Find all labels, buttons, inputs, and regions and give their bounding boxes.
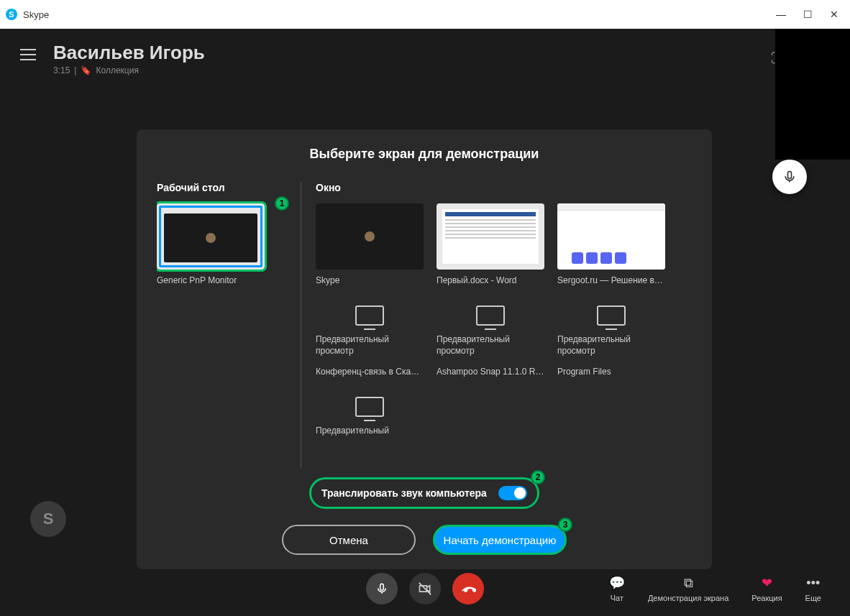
camera-button[interactable]: [409, 573, 441, 604]
app-body: Васильев Игорь 3:15 | 🔖 Коллекция ⛶ S Вы…: [0, 29, 850, 616]
skype-logo-icon: S: [6, 9, 17, 20]
share-icon: ⧉: [684, 576, 693, 591]
call-controls: 💬 Чат ⧉ Демонстрация экрана ❤ Реакция ••…: [0, 561, 850, 616]
desktop-thumbnail[interactable]: 1 Generic PnP Monitor: [157, 203, 286, 285]
monitor-icon: [597, 305, 626, 326]
annotation-badge-3: 3: [558, 518, 572, 532]
monitor-icon: [476, 305, 505, 326]
mic-icon: [375, 582, 388, 595]
close-icon[interactable]: ✕: [830, 9, 838, 20]
collection-label[interactable]: Коллекция: [96, 65, 138, 75]
floating-mic-button[interactable]: [772, 160, 807, 194]
reaction-button[interactable]: ❤ Реакция: [751, 575, 782, 602]
window-title: Skype: [23, 9, 776, 20]
hangup-button[interactable]: [452, 573, 484, 604]
window-item-snap[interactable]: Предварительный просмотр Ashampoo Snap 1…: [437, 295, 544, 377]
desktop-item-label: Generic PnP Monitor: [157, 275, 286, 285]
chat-button[interactable]: 💬 Чат: [609, 575, 625, 602]
cancel-button[interactable]: Отмена: [282, 525, 416, 555]
side-panel: [775, 29, 850, 160]
call-duration: 3:15: [53, 65, 70, 75]
menu-icon[interactable]: [20, 49, 36, 60]
window-item-skype[interactable]: Skype: [316, 203, 424, 285]
svg-rect-2: [380, 584, 384, 590]
share-screen-dialog: Выберите экран для демонстрации Рабочий …: [137, 129, 712, 569]
minimize-icon[interactable]: —: [776, 9, 786, 20]
screen-share-button[interactable]: ⧉ Демонстрация экрана: [648, 576, 728, 602]
skype-avatar: S: [30, 501, 66, 537]
start-share-button[interactable]: Начать демонстрацию: [433, 525, 567, 555]
annotation-badge-2: 2: [531, 470, 545, 484]
monitor-icon: [355, 305, 384, 326]
mute-button[interactable]: [366, 573, 398, 604]
desktop-section-label: Рабочий стол: [157, 182, 286, 193]
chat-icon: 💬: [609, 575, 625, 591]
audio-toggle-switch[interactable]: [498, 486, 527, 500]
svg-rect-1: [788, 172, 792, 179]
window-item-browser[interactable]: Sergoot.ru — Решение ва...: [557, 203, 665, 285]
annotation-badge-1: 1: [275, 196, 289, 211]
heart-icon: ❤: [762, 575, 772, 591]
contact-name: Васильев Игорь: [53, 42, 205, 64]
window-section-label: Окно: [316, 182, 692, 193]
dialog-title: Выберите экран для демонстрации: [157, 147, 692, 162]
window-item-word[interactable]: Первый.docx - Word: [437, 203, 544, 285]
monitor-icon: [355, 397, 384, 417]
more-icon: •••: [806, 576, 820, 591]
contact-subtitle: 3:15 | 🔖 Коллекция: [53, 65, 205, 75]
window-item-conf[interactable]: Предварительный просмотр Конференц-связь…: [316, 295, 424, 377]
call-header: Васильев Игорь 3:15 | 🔖 Коллекция ⛶: [0, 29, 850, 88]
mic-icon: [782, 170, 797, 184]
phone-icon: [460, 581, 476, 597]
maximize-icon[interactable]: ☐: [803, 9, 813, 20]
window-item-files[interactable]: Предварительный просмотр Program Files: [557, 295, 665, 377]
audio-toggle-row[interactable]: Транслировать звук компьютера: [309, 477, 539, 509]
titlebar: S Skype — ☐ ✕: [0, 0, 850, 29]
audio-toggle-label: Транслировать звук компьютера: [321, 487, 487, 499]
camera-off-icon: [418, 581, 432, 596]
bookmark-icon: 🔖: [81, 65, 91, 75]
more-button[interactable]: ••• Еще: [805, 576, 821, 602]
window-item-extra[interactable]: Предварительный: [316, 387, 424, 437]
